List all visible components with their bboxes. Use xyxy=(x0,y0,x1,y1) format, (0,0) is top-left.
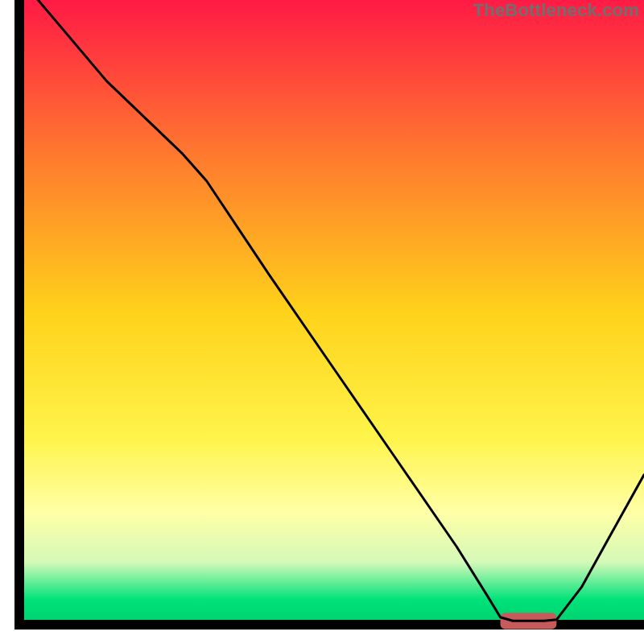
chart-container: TheBottleneck.com xyxy=(0,0,644,644)
plot-background xyxy=(19,0,644,625)
attribution-watermark: TheBottleneck.com xyxy=(473,0,639,21)
bottleneck-chart xyxy=(0,0,644,644)
